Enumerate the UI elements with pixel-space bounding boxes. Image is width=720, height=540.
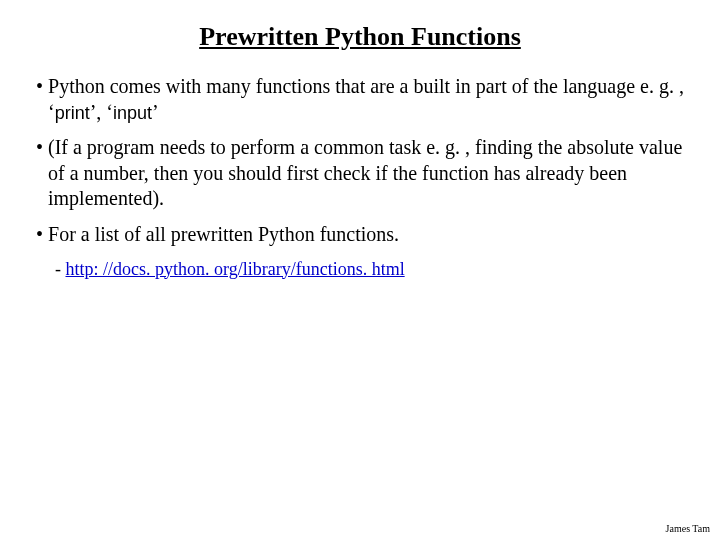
bullet-1: Python comes with many functions that ar… [28,74,692,125]
sub-bullet-link: http: //docs. python. org/library/functi… [28,258,692,281]
slide-title: Prewritten Python Functions [28,22,692,52]
bullet-1-code-print: print [55,103,90,123]
footer-author: James Tam [666,523,710,534]
bullet-2: (If a program needs to perform a common … [28,135,692,212]
bullet-1-code-input: input [113,103,152,123]
bullet-3: For a list of all prewritten Python func… [28,222,692,248]
bullet-1-text-post: ’ [152,101,159,123]
bullet-1-text-mid: ’, ‘ [90,101,113,123]
docs-link[interactable]: http: //docs. python. org/library/functi… [66,259,405,279]
